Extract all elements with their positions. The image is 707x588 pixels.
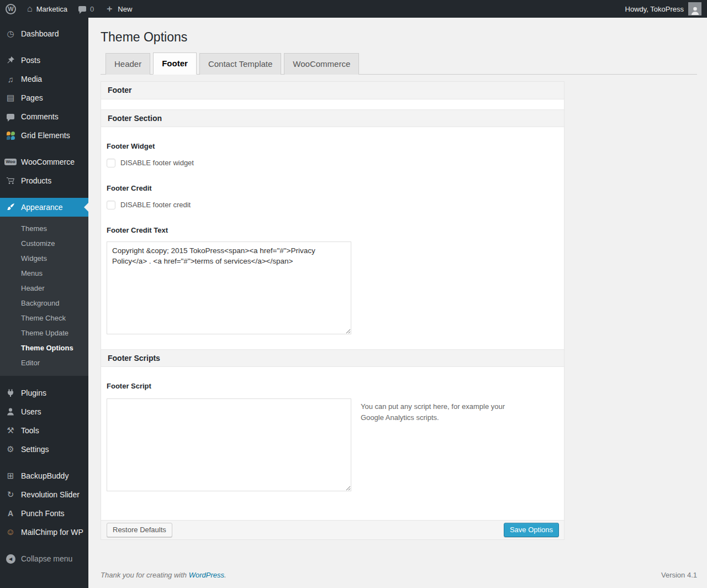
sidebar-item-plugins[interactable]: Plugins: [0, 384, 88, 402]
tab-woocommerce[interactable]: WooCommerce: [284, 53, 359, 75]
cart-icon: [4, 176, 17, 185]
sidebar-item-media[interactable]: ♫ Media: [0, 70, 88, 88]
wp-logo-menu[interactable]: W: [0, 0, 22, 18]
admin-bar: W ⌂ Marketica 0 ＋ New Howdy, TokoPress: [0, 0, 707, 18]
tab-bar: Header Footer Contact Template WooCommer…: [101, 52, 697, 75]
submenu-item-header[interactable]: Header: [0, 281, 88, 296]
submenu-item-themes[interactable]: Themes: [0, 221, 88, 236]
plus-icon: ＋: [105, 4, 114, 13]
wordpress-logo-icon: W: [6, 4, 16, 14]
site-name-menu[interactable]: ⌂ Marketica: [22, 0, 73, 18]
thanks-text: Thank you for creating with WordPress.: [101, 571, 226, 579]
disable-footer-widget-label: DISABLE footer widget: [120, 159, 194, 167]
section-head-footer-scripts: Footer Scripts: [101, 349, 564, 367]
sidebar-item-pages[interactable]: ▤ Pages: [0, 88, 88, 107]
howdy-text: Howdy, TokoPress: [625, 5, 684, 13]
tab-header[interactable]: Header: [105, 53, 150, 75]
tab-footer[interactable]: Footer: [153, 53, 197, 75]
mailchimp-monkey-icon: ☺: [4, 527, 17, 537]
appearance-submenu: Themes Customize Widgets Menus Header Ba…: [0, 217, 88, 376]
footer-script-textarea[interactable]: [107, 398, 351, 491]
sidebar-item-products[interactable]: Products: [0, 171, 88, 190]
new-label: New: [118, 5, 132, 13]
submenu-item-widgets[interactable]: Widgets: [0, 251, 88, 266]
submenu-item-background[interactable]: Background: [0, 296, 88, 311]
panel-actions-bar: Restore Defaults Save Options: [101, 520, 564, 539]
settings-sliders-icon: ⚙: [4, 444, 17, 454]
person-icon: [690, 6, 700, 15]
disable-footer-credit-label: DISABLE footer credit: [120, 201, 191, 209]
account-menu[interactable]: Howdy, TokoPress: [625, 2, 707, 15]
plug-icon: [4, 389, 17, 397]
page-footer: Thank you for creating with WordPress. V…: [101, 571, 697, 579]
sidebar-item-backupbuddy[interactable]: ⊞ BackupBuddy: [0, 466, 88, 485]
box-title-footer: Footer: [101, 82, 564, 99]
comment-bubble-icon: [78, 6, 86, 12]
panel-spacer: [101, 99, 564, 109]
section-head-footer-section: Footer Section: [101, 109, 564, 127]
footer-credit-text-label: Footer Credit Text: [107, 226, 555, 234]
submenu-item-theme-options[interactable]: Theme Options: [0, 340, 88, 355]
paintbrush-icon: [4, 203, 17, 212]
sidebar-item-settings[interactable]: ⚙ Settings: [0, 440, 88, 459]
user-avatar: [688, 2, 701, 15]
pages-icon: ▤: [4, 93, 17, 103]
footer-section-body: Footer Widget DISABLE footer widget Foot…: [101, 127, 564, 349]
page-title: Theme Options: [101, 29, 697, 45]
grid-elements-pinwheel-icon: [4, 132, 17, 140]
submenu-item-menus[interactable]: Menus: [0, 266, 88, 281]
theme-options-panel: Footer Footer Section Footer Widget DISA…: [101, 81, 564, 540]
save-options-button[interactable]: Save Options: [504, 523, 559, 537]
sidebar-item-mailchimp[interactable]: ☺ MailChimp for WP: [0, 523, 88, 542]
footer-widget-label: Footer Widget: [107, 142, 555, 150]
footer-credit-checkbox-row: DISABLE footer credit: [107, 201, 555, 209]
sidebar-item-comments[interactable]: Comments: [0, 107, 88, 126]
version-text: Version 4.1: [661, 571, 697, 579]
comment-count: 0: [90, 5, 94, 13]
footer-credit-text-textarea[interactable]: Copyright &copy; 2015 TokoPress<span><a …: [107, 242, 351, 334]
sidebar-item-dashboard[interactable]: ◷ Dashboard: [0, 24, 88, 43]
tab-contact-template[interactable]: Contact Template: [199, 53, 281, 75]
wrench-icon: ⚒: [4, 426, 17, 435]
sidebar-item-users[interactable]: Users: [0, 402, 88, 421]
sidebar-item-woocommerce[interactable]: Woo WooCommerce: [0, 153, 88, 171]
disable-footer-credit-checkbox[interactable]: [107, 201, 115, 209]
circular-arrows-icon: ↻: [4, 490, 17, 500]
wordpress-link[interactable]: WordPress: [189, 571, 224, 579]
comments-admin-bar-item[interactable]: 0: [73, 0, 99, 18]
sidebar-item-grid-elements[interactable]: Grid Elements: [0, 126, 88, 145]
disable-footer-widget-checkbox[interactable]: [107, 159, 115, 167]
submenu-item-editor[interactable]: Editor: [0, 355, 88, 370]
sidebar-item-collapse-menu[interactable]: ◀ Collapse menu: [0, 549, 88, 568]
new-content-menu[interactable]: ＋ New: [99, 0, 138, 18]
media-notes-icon: ♫: [4, 75, 17, 84]
submenu-item-theme-update[interactable]: Theme Update: [0, 326, 88, 340]
site-name: Marketica: [36, 5, 67, 13]
sidebar-item-tools[interactable]: ⚒ Tools: [0, 421, 88, 440]
person-icon: [4, 407, 17, 416]
sidebar-item-revolution-slider[interactable]: ↻ Revolution Slider: [0, 485, 88, 504]
collapse-arrow-icon: ◀: [4, 554, 17, 564]
footer-script-label: Footer Script: [107, 382, 555, 390]
dashboard-gauge-icon: ◷: [4, 29, 17, 39]
sidebar: ◷ Dashboard Posts ♫ Media ▤ Pages Commen…: [0, 18, 88, 588]
pushpin-icon: [4, 56, 17, 65]
sidebar-item-appearance[interactable]: Appearance: [0, 198, 88, 217]
letter-a-icon: A: [4, 509, 17, 518]
footer-script-description: You can put any script here, for example…: [361, 398, 526, 423]
backup-box-icon: ⊞: [4, 471, 17, 481]
woocommerce-badge-icon: Woo: [4, 159, 17, 165]
restore-defaults-button[interactable]: Restore Defaults: [107, 523, 172, 537]
footer-scripts-body: Footer Script You can put any script her…: [101, 367, 564, 520]
footer-credit-label: Footer Credit: [107, 184, 555, 192]
main-content: Theme Options Header Footer Contact Temp…: [88, 18, 707, 588]
submenu-item-customize[interactable]: Customize: [0, 236, 88, 251]
submenu-item-theme-check[interactable]: Theme Check: [0, 311, 88, 326]
sidebar-item-punch-fonts[interactable]: A Punch Fonts: [0, 504, 88, 523]
sidebar-item-posts[interactable]: Posts: [0, 51, 88, 70]
footer-widget-checkbox-row: DISABLE footer widget: [107, 159, 555, 167]
comment-bubble-icon: [4, 114, 17, 119]
home-icon: ⌂: [27, 4, 33, 13]
